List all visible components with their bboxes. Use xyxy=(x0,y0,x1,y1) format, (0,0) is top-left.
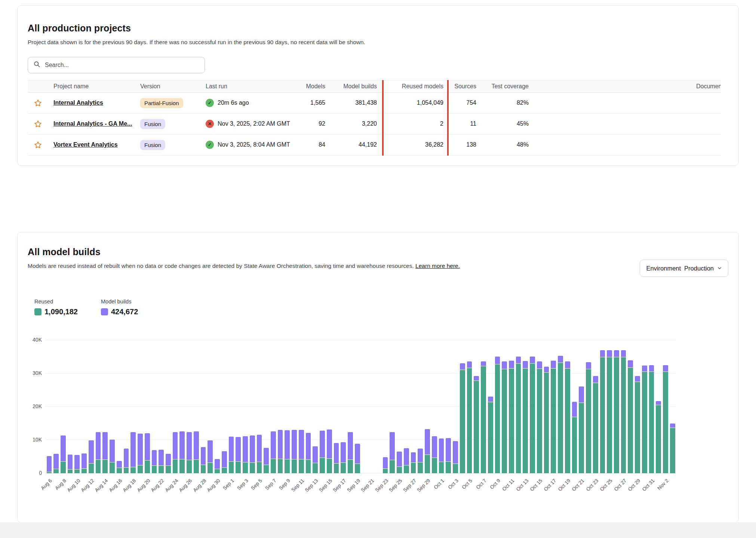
bar-segment-reused[interactable] xyxy=(236,462,241,473)
bar-segment-reused[interactable] xyxy=(173,459,178,473)
bar-segment-model-builds[interactable] xyxy=(558,356,563,363)
bar-segment-reused[interactable] xyxy=(89,464,94,473)
bar-segment-reused[interactable] xyxy=(327,459,332,473)
bar-slot[interactable] xyxy=(613,340,620,473)
bar-segment-model-builds[interactable] xyxy=(194,431,199,459)
bar-slot[interactable] xyxy=(109,340,116,473)
bar-segment-reused[interactable] xyxy=(47,472,52,473)
project-link[interactable]: Internal Analytics - GA Me... xyxy=(53,120,132,127)
bar-segment-model-builds[interactable] xyxy=(208,440,213,463)
bar-slot[interactable] xyxy=(375,340,382,473)
bar-slot[interactable] xyxy=(249,340,256,473)
bar-segment-reused[interactable] xyxy=(432,458,437,473)
bar-segment-model-builds[interactable] xyxy=(404,448,409,465)
environment-dropdown[interactable]: Environment Production xyxy=(640,260,728,277)
bar-segment-reused[interactable] xyxy=(614,357,619,473)
bar-segment-reused[interactable] xyxy=(551,369,556,473)
bar-segment-model-builds[interactable] xyxy=(495,357,500,364)
bar-segment-reused[interactable] xyxy=(558,363,563,473)
bar-segment-reused[interactable] xyxy=(446,462,451,473)
bar-segment-model-builds[interactable] xyxy=(306,433,311,459)
bar-segment-reused[interactable] xyxy=(572,417,577,473)
col-test-coverage[interactable]: Test coverage xyxy=(482,83,534,90)
bar-slot[interactable] xyxy=(123,340,130,473)
bar-slot[interactable] xyxy=(662,340,669,473)
bar-slot[interactable] xyxy=(452,340,459,473)
bar-segment-model-builds[interactable] xyxy=(179,431,185,459)
bar-slot[interactable] xyxy=(620,340,627,473)
bar-segment-model-builds[interactable] xyxy=(89,440,94,463)
bar-segment-reused[interactable] xyxy=(649,372,654,473)
bar-segment-reused[interactable] xyxy=(509,369,514,473)
bar-segment-reused[interactable] xyxy=(130,467,136,473)
bar-segment-reused[interactable] xyxy=(579,403,584,473)
bar-slot[interactable] xyxy=(410,340,417,473)
bar-slot[interactable] xyxy=(235,340,242,473)
bar-segment-reused[interactable] xyxy=(299,459,304,473)
bar-slot[interactable] xyxy=(368,340,375,473)
bar-slot[interactable] xyxy=(382,340,389,473)
bar-segment-model-builds[interactable] xyxy=(327,430,332,458)
bar-segment-model-builds[interactable] xyxy=(138,434,143,465)
bar-slot[interactable] xyxy=(263,340,270,473)
bar-segment-model-builds[interactable] xyxy=(47,456,52,472)
bar-segment-reused[interactable] xyxy=(670,428,675,473)
bar-segment-model-builds[interactable] xyxy=(201,447,206,465)
bar-segment-model-builds[interactable] xyxy=(530,357,535,363)
bar-segment-model-builds[interactable] xyxy=(257,435,262,462)
bar-segment-model-builds[interactable] xyxy=(523,361,528,368)
bar-segment-model-builds[interactable] xyxy=(271,431,276,459)
bar-segment-model-builds[interactable] xyxy=(96,432,101,459)
bar-slot[interactable] xyxy=(431,340,438,473)
bar-segment-reused[interactable] xyxy=(152,466,157,473)
bar-segment-reused[interactable] xyxy=(404,465,409,473)
bar-slot[interactable] xyxy=(193,340,200,473)
bar-slot[interactable] xyxy=(529,340,536,473)
bar-slot[interactable] xyxy=(277,340,284,473)
bar-slot[interactable] xyxy=(53,340,60,473)
bar-segment-model-builds[interactable] xyxy=(53,454,59,469)
bar-slot[interactable] xyxy=(200,340,207,473)
bar-segment-reused[interactable] xyxy=(495,364,500,473)
bar-segment-model-builds[interactable] xyxy=(215,459,220,469)
bar-slot[interactable] xyxy=(74,340,81,473)
bar-slot[interactable] xyxy=(137,340,144,473)
bar-slot[interactable] xyxy=(466,340,473,473)
bar-slot[interactable] xyxy=(606,340,613,473)
bar-segment-reused[interactable] xyxy=(222,468,227,473)
learn-more-link[interactable]: Learn more here. xyxy=(415,263,460,269)
bar-slot[interactable] xyxy=(305,340,312,473)
bar-segment-model-builds[interactable] xyxy=(502,361,507,369)
bar-segment-reused[interactable] xyxy=(418,462,423,473)
project-link[interactable]: Vortex Event Analytics xyxy=(53,141,118,148)
bar-segment-model-builds[interactable] xyxy=(124,449,129,467)
bar-slot[interactable] xyxy=(242,340,249,473)
bar-segment-reused[interactable] xyxy=(411,463,416,473)
bar-segment-reused[interactable] xyxy=(229,462,234,473)
bar-slot[interactable] xyxy=(59,340,67,473)
bar-segment-model-builds[interactable] xyxy=(453,441,458,464)
bar-segment-reused[interactable] xyxy=(250,463,255,473)
bar-segment-reused[interactable] xyxy=(474,381,479,473)
bar-slot[interactable] xyxy=(214,340,221,473)
bar-segment-reused[interactable] xyxy=(208,463,213,473)
bar-segment-reused[interactable] xyxy=(460,370,465,473)
bar-slot[interactable] xyxy=(403,340,410,473)
bar-segment-reused[interactable] xyxy=(61,462,66,473)
bar-segment-model-builds[interactable] xyxy=(110,440,115,462)
bar-segment-reused[interactable] xyxy=(642,372,647,473)
bar-slot[interactable] xyxy=(326,340,333,473)
bar-segment-model-builds[interactable] xyxy=(488,397,493,402)
bar-slot[interactable] xyxy=(354,340,361,473)
bar-segment-model-builds[interactable] xyxy=(292,430,297,459)
bar-segment-reused[interactable] xyxy=(53,469,59,473)
bar-segment-reused[interactable] xyxy=(530,364,535,473)
bar-slot[interactable] xyxy=(144,340,151,473)
bar-slot[interactable] xyxy=(459,340,466,473)
bar-segment-reused[interactable] xyxy=(313,463,318,473)
bar-segment-reused[interactable] xyxy=(439,462,444,473)
bar-segment-model-builds[interactable] xyxy=(474,376,479,380)
bar-segment-model-builds[interactable] xyxy=(628,360,633,367)
bar-slot[interactable] xyxy=(256,340,263,473)
bar-segment-model-builds[interactable] xyxy=(551,361,556,368)
